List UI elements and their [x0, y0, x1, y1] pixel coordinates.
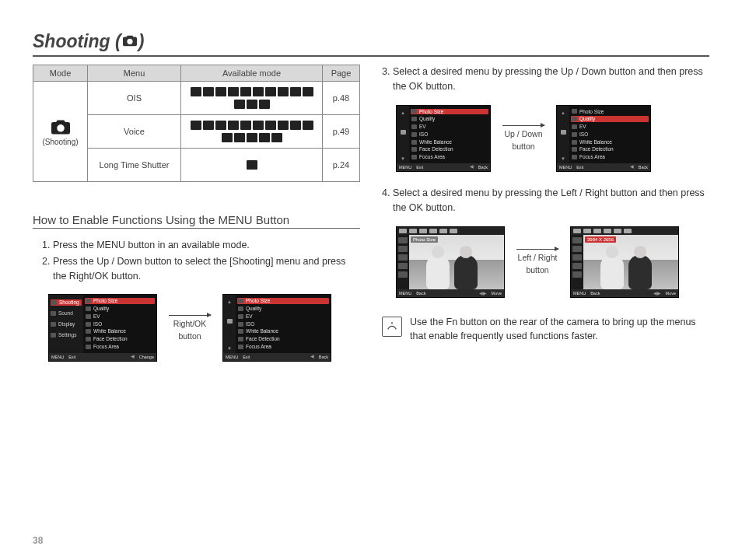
arrow-right-ok: Right/OK button: [163, 315, 216, 341]
arrow3-l2: button: [512, 142, 534, 151]
mode-badge-icon: [290, 87, 301, 96]
chevron-down-icon: ▼: [227, 346, 232, 352]
lcd-step3-a: ▲ ▼ Photo SizeQualityEVISOWhite BalanceF…: [396, 105, 491, 173]
mode-cell: (Shooting): [33, 82, 88, 182]
step2-screens: ShootingSoundDisplaySettings Photo SizeQ…: [48, 294, 360, 362]
th-menu: Menu: [88, 65, 181, 82]
mode-badge-icon: [234, 133, 245, 142]
arrow-icon: [516, 249, 558, 250]
footer-move: Move: [666, 291, 676, 296]
lcd-right-item: Photo Size: [411, 109, 488, 115]
mode-badge-icon: [259, 100, 270, 109]
page-title-row: Shooting ( ): [33, 31, 709, 57]
lcd-right-item: ISO: [411, 131, 488, 138]
modes-table: Mode Menu Available mode Page (Shooting)…: [33, 65, 360, 182]
lcd-right-item: Quality: [237, 306, 329, 312]
lcd-menu-shooting: ShootingSoundDisplaySettings Photo SizeQ…: [48, 294, 157, 362]
arrow3-l1: Up / Down: [504, 129, 542, 138]
chevron-left-icon: ◀: [630, 164, 634, 170]
camera-small-icon: [227, 319, 233, 324]
note-icon: [382, 317, 402, 337]
mode-badge-icon: [222, 133, 233, 142]
chevron-down-icon: ▼: [561, 156, 565, 162]
mode-badge-icon: [215, 87, 226, 96]
lcd-right-item: Quality: [571, 116, 649, 122]
mode-badge-icon: [228, 121, 239, 130]
footer-menu-label: MENU: [399, 291, 411, 296]
lcd-right-item: Face Detection: [411, 146, 488, 152]
page-number: 38: [33, 535, 43, 546]
lcd-right-item: ISO: [237, 321, 329, 327]
mode-badge-icon: [191, 121, 201, 130]
th-page: Page: [323, 65, 360, 82]
cell-page-2: p.24: [323, 149, 360, 182]
step4-screens: Photo Size MENU Back ◀▶ Move Left / Rig: [396, 226, 709, 298]
mode-badge-icon: [240, 87, 251, 96]
lcd-right-item: Focus Area: [571, 154, 649, 160]
arrow-label-1: Right/OK: [173, 319, 207, 328]
note-text: Use the Fn button on the rear of the cam…: [410, 315, 709, 343]
lcd-right-item: Photo Size: [571, 109, 649, 115]
mode-label: (Shooting): [37, 138, 84, 146]
mode-badge-icon: [247, 133, 257, 142]
footer-menu-label: MENU: [559, 165, 572, 170]
lcd-right-item: EV: [571, 124, 649, 130]
footer-back: Back: [319, 355, 328, 360]
lcd-right-item: EV: [411, 124, 488, 130]
step-1: 1. Press the MENU button in an available…: [42, 238, 360, 253]
lcd-right-item: Face Detection: [85, 336, 155, 342]
lcd-right-item: EV: [85, 313, 155, 320]
footer-exit: Exit: [576, 165, 583, 170]
lcd-right-item: Focus Area: [85, 344, 155, 350]
cell-menu-1: Voice: [88, 115, 181, 149]
cell-menu-0: OIS: [88, 82, 181, 115]
lcd-right-item: Photo Size: [237, 298, 329, 304]
lcd-right-item: Photo Size: [85, 298, 155, 304]
mode-badge-icon: [215, 121, 226, 130]
cell-page-1: p.49: [323, 115, 360, 149]
arrow4-l2: button: [526, 265, 548, 275]
footer-menu-label: MENU: [399, 165, 411, 170]
cell-modes-0: [181, 82, 323, 115]
chevron-left-icon: ◀: [470, 164, 474, 170]
arrow-icon: [502, 125, 544, 126]
step-2: 2. Press the Up / Down button to select …: [42, 254, 360, 284]
mode-badge-icon: [247, 160, 257, 170]
lcd4b-label: 3984 X 2656: [585, 236, 616, 243]
lcd-photosize: ▲ ▼ Photo SizeQualityEVISOWhite BalanceF…: [222, 294, 331, 362]
lcd-step4-a: Photo Size MENU Back ◀▶ Move: [396, 226, 505, 298]
step-3: 3. Select a desired menu by pressing the…: [382, 65, 709, 94]
page-title: Shooting ( ): [33, 31, 144, 52]
right-column: 3. Select a desired menu by pressing the…: [382, 65, 709, 365]
th-available: Available mode: [181, 65, 323, 82]
title-pre: Shooting (: [33, 31, 121, 52]
note-callout: Use the Fn button on the rear of the cam…: [382, 315, 709, 343]
table-header-row: Mode Menu Available mode Page: [33, 65, 360, 82]
lcd-left-item: Display: [51, 321, 82, 327]
mode-badge-icon: [265, 87, 276, 96]
mode-badge-icon: [259, 133, 270, 142]
chevron-left-icon: ◀: [131, 354, 135, 359]
footer-exit: Exit: [416, 165, 423, 170]
mode-badge-icon: [191, 87, 201, 96]
subheading: How to Enable Functions Using the MENU B…: [33, 213, 360, 229]
lcd-step4-b: 3984 X 2656 MENU Back ◀▶ Move: [570, 226, 679, 298]
lcd-step3-b: ▲ ▼ Photo SizeQualityEVISOWhite BalanceF…: [556, 105, 651, 173]
th-mode: Mode: [33, 65, 88, 82]
arrow4-l1: Left / Right: [518, 253, 558, 262]
footer-move: Move: [492, 291, 502, 296]
lcd-left-item: Settings: [51, 332, 82, 338]
mode-badge-icon: [228, 87, 239, 96]
lcd-right-item: Face Detection: [237, 336, 329, 342]
chevron-down-icon: ▼: [401, 156, 405, 162]
lcd4a-label: Photo Size: [411, 236, 438, 243]
camera-small-icon: [401, 130, 406, 135]
arrow-leftright: Left / Right button: [511, 249, 564, 275]
lcd-right-item: Face Detection: [571, 146, 649, 152]
mode-badge-icon: [303, 87, 313, 96]
lcd-left-item: Shooting: [51, 299, 82, 306]
mode-badge-icon: [290, 121, 301, 130]
lcd-right-item: White Balance: [237, 328, 329, 334]
mode-badge-icon: [203, 121, 214, 130]
cell-page-0: p.48: [323, 82, 360, 115]
